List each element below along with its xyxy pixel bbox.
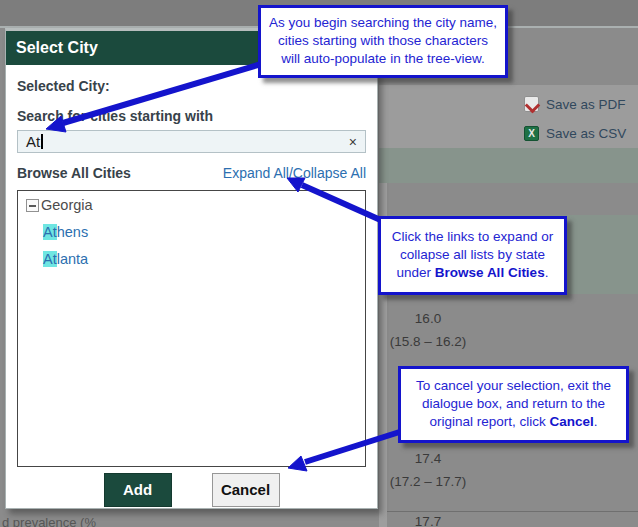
clipped-axis-label: d prevalence (% — [2, 515, 96, 527]
dimmed-table-row-divider — [387, 511, 638, 512]
callout-bold-text: Browse All Cities — [435, 265, 545, 280]
screenshot-root: Save as PDF X Save as CSV 16.0 (15.8 – 1… — [0, 0, 638, 527]
cancel-button[interactable]: Cancel — [212, 473, 280, 507]
callout-cancel-hint: To cancel your selection, exit the dialo… — [398, 366, 629, 443]
callout-bold-text: Cancel — [550, 414, 594, 429]
callout-text: As you begin searching the city name, ci… — [269, 15, 497, 66]
tree-node-georgia[interactable]: Georgia — [26, 197, 357, 213]
search-input[interactable]: At × — [17, 130, 366, 153]
select-city-dialog: Select City Selected City: Search for ci… — [5, 28, 378, 509]
search-label: Search for cities starting with — [17, 108, 366, 124]
save-as-csv-label: Save as CSV — [546, 126, 626, 141]
stat-range: (17.2 – 17.7) — [378, 474, 478, 489]
stat-value: 17.7 — [378, 514, 478, 527]
browse-all-cities-label: Browse All Cities — [17, 165, 131, 181]
pdf-file-icon — [524, 96, 539, 112]
search-input-value: At — [26, 133, 40, 150]
callout-text: . — [545, 265, 549, 280]
dimmed-table-header-band — [379, 148, 638, 183]
stat-value: 16.0 — [378, 311, 478, 326]
callout-expand-hint: Click the links to expand or collapse al… — [378, 216, 567, 295]
tree-state-label: Georgia — [41, 197, 93, 213]
save-as-pdf-link[interactable]: Save as PDF — [524, 96, 626, 112]
collapse-minus-icon[interactable] — [26, 199, 39, 212]
selected-city-label: Selected City: — [17, 78, 366, 94]
match-highlight: At — [43, 224, 57, 240]
city-name-rest: hens — [57, 224, 88, 240]
stat-range: (15.8 – 16.2) — [378, 334, 478, 349]
expand-collapse-all-link[interactable]: Expand All/Collapse All — [223, 165, 366, 181]
tree-item-atlanta[interactable]: Atlanta — [43, 251, 357, 267]
stat-value: 17.4 — [378, 451, 478, 466]
callout-search-hint: As you begin searching the city name, ci… — [258, 5, 508, 78]
tree-item-athens[interactable]: Athens — [43, 224, 357, 240]
clear-search-icon[interactable]: × — [349, 135, 357, 149]
save-as-csv-link[interactable]: X Save as CSV — [524, 126, 626, 141]
add-button[interactable]: Add — [104, 473, 172, 507]
city-tree-view: Georgia Athens Atlanta — [17, 190, 366, 467]
city-name-rest: lanta — [57, 251, 88, 267]
match-highlight: At — [43, 251, 57, 267]
save-as-pdf-label: Save as PDF — [546, 97, 626, 112]
callout-text: . — [594, 414, 598, 429]
excel-file-icon: X — [524, 126, 539, 141]
text-cursor — [41, 134, 43, 149]
